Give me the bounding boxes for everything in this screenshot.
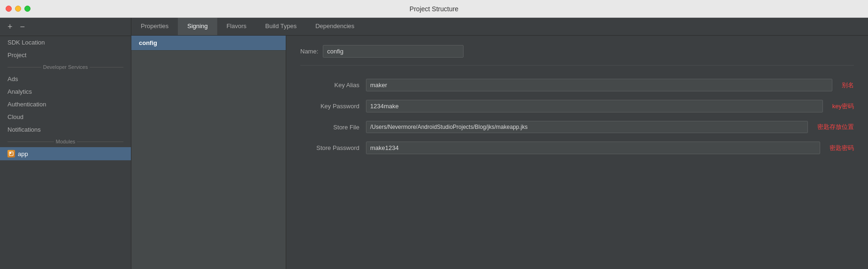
tab-properties[interactable]: Properties	[131, 18, 178, 35]
name-row: Name:	[300, 45, 854, 66]
app-icon	[8, 150, 15, 157]
titlebar: Project Structure	[0, 0, 868, 18]
traffic-lights	[6, 6, 30, 12]
store-password-label: Store Password	[300, 144, 366, 151]
store-file-row: Store File 密匙存放位置	[300, 121, 854, 133]
sidebar-item-cloud[interactable]: Cloud	[0, 111, 131, 123]
store-password-row: Store Password 密匙密码	[300, 142, 854, 154]
sidebar-item-ads[interactable]: Ads	[0, 73, 131, 85]
config-item-config[interactable]: config	[131, 36, 286, 51]
sidebar-item-authentication[interactable]: Authentication	[0, 98, 131, 111]
name-input[interactable]	[323, 45, 464, 58]
tab-build-types[interactable]: Build Types	[256, 18, 306, 35]
close-button[interactable]	[6, 6, 12, 12]
key-password-row: Key Password key密码	[300, 100, 854, 112]
svg-rect-1	[10, 152, 11, 154]
detail-panel: Name: Key Alias 别名 Key Password key密码	[286, 36, 868, 269]
sidebar: + − SDK Location Project Developer Servi…	[0, 18, 131, 269]
tab-bar: Properties Signing Flavors Build Types D…	[131, 18, 868, 36]
maximize-button[interactable]	[24, 6, 30, 12]
modules-section: Modules	[0, 136, 131, 147]
tab-dependencies[interactable]: Dependencies	[306, 18, 364, 35]
name-label: Name:	[300, 48, 318, 55]
store-file-input[interactable]	[366, 121, 808, 133]
sidebar-item-app[interactable]: app	[0, 147, 131, 160]
store-file-annotation: 密匙存放位置	[817, 123, 854, 131]
remove-button[interactable]: −	[18, 22, 27, 32]
store-password-input[interactable]	[366, 142, 820, 154]
key-password-annotation: key密码	[832, 102, 854, 111]
key-alias-input[interactable]	[366, 79, 832, 91]
sidebar-item-analytics[interactable]: Analytics	[0, 85, 131, 98]
developer-services-section: Developer Services	[0, 61, 131, 73]
store-password-annotation: 密匙密码	[830, 144, 854, 152]
key-alias-label: Key Alias	[300, 82, 366, 89]
sidebar-item-notifications[interactable]: Notifications	[0, 123, 131, 136]
tab-signing[interactable]: Signing	[178, 18, 217, 35]
main-container: + − SDK Location Project Developer Servi…	[0, 18, 868, 269]
config-panel: config	[131, 36, 286, 269]
minimize-button[interactable]	[15, 6, 21, 12]
key-password-input[interactable]	[366, 100, 823, 112]
sidebar-item-sdk-location[interactable]: SDK Location	[0, 36, 131, 49]
window-title: Project Structure	[410, 5, 458, 13]
panel-area: config Name: Key Alias 别名 Key Pa	[131, 36, 868, 269]
add-button[interactable]: +	[6, 22, 15, 32]
content-area: Properties Signing Flavors Build Types D…	[131, 18, 868, 269]
key-alias-annotation: 别名	[842, 81, 854, 90]
store-file-label: Store File	[300, 124, 366, 131]
key-alias-row: Key Alias 别名	[300, 79, 854, 91]
key-password-label: Key Password	[300, 103, 366, 110]
sidebar-toolbar: + −	[0, 18, 131, 36]
tab-flavors[interactable]: Flavors	[217, 18, 256, 35]
sidebar-item-project[interactable]: Project	[0, 49, 131, 61]
